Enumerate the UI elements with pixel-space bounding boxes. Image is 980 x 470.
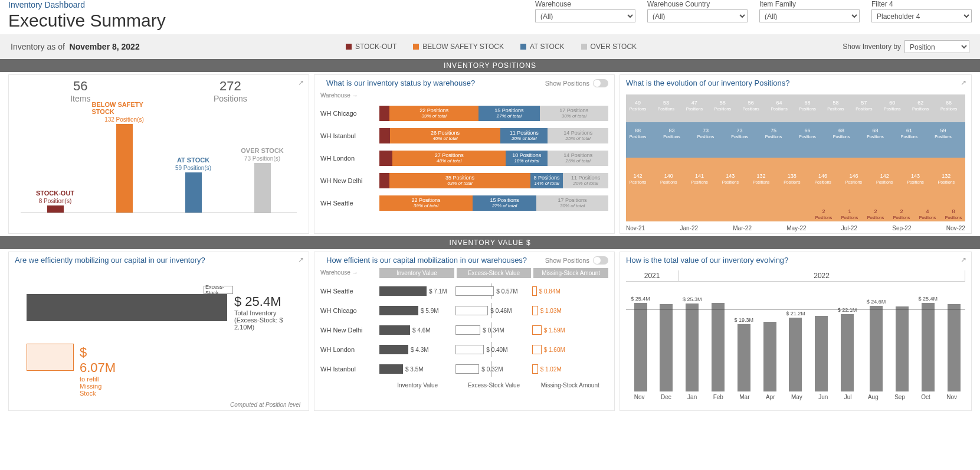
value-bar[interactable]	[763, 322, 776, 391]
warehouse-row[interactable]: WH Chicago22 Positions39% of total15 Pos…	[320, 106, 608, 121]
efficiency-row[interactable]: WH Istanbul $ 3.5M $ 0.32M $ 1.02M	[320, 363, 608, 376]
bar-sublabel: 59 Position(s)	[175, 165, 211, 171]
excess-bar[interactable]	[455, 325, 480, 335]
bar-rect[interactable]	[47, 205, 64, 213]
expand-icon[interactable]: ↗	[961, 256, 966, 264]
excess-value: $ 0.57M	[496, 288, 517, 295]
inv-value: $ 5.9M	[421, 308, 439, 314]
evolution-chart[interactable]: 49Positions53Positions47Positions58Posit…	[626, 94, 965, 221]
value-bar[interactable]	[870, 306, 883, 391]
axis-tick: Jul-22	[841, 225, 857, 231]
stack-segment[interactable]	[379, 151, 392, 166]
inv-bar[interactable]	[379, 306, 418, 315]
warehouse-row[interactable]: WH Istanbul26 Positions46% of total11 Po…	[320, 128, 608, 143]
expand-icon[interactable]: ↗	[298, 79, 304, 87]
filter-warehouse-country[interactable]: (All)	[647, 9, 748, 22]
evo-value: 68Positions	[864, 128, 887, 139]
value-bar[interactable]	[738, 324, 750, 391]
evolution-title: What is the evolution of our inventory P…	[620, 75, 971, 91]
filter-item-family[interactable]: (All)	[759, 9, 860, 22]
missing-bar[interactable]	[532, 286, 537, 296]
total-inventory-value: $ 25.4M	[234, 294, 291, 309]
evo-value: 62Positions	[909, 100, 932, 112]
stack-segment[interactable]	[379, 173, 389, 188]
total-inventory-bar[interactable]	[27, 294, 227, 321]
expand-icon[interactable]: ↗	[961, 79, 966, 87]
stack-segment[interactable]: 8 Positions14% of total	[530, 173, 563, 188]
value-bar[interactable]	[686, 303, 699, 391]
year-tab[interactable]: 2022	[679, 270, 965, 281]
inv-bar[interactable]	[379, 286, 427, 296]
value-evolution-chart[interactable]: $ 25.4M$ 25.3M$ 19.3M$ 21.2M$ 22.1M$ 24.…	[626, 285, 965, 391]
kpi-items-label: Items	[70, 94, 90, 103]
inv-bar[interactable]	[379, 364, 403, 374]
show-inventory-by[interactable]: Position	[904, 40, 969, 53]
show-positions-toggle[interactable]	[593, 79, 608, 87]
warehouse-row[interactable]: WH London27 Positions48% of total10 Posi…	[320, 151, 608, 166]
inv-bar[interactable]	[379, 325, 410, 335]
missing-bar[interactable]	[532, 345, 542, 354]
missing-stock-value: $ 6.07M	[80, 345, 116, 376]
evo-value: 132Positions	[935, 173, 958, 185]
filter4[interactable]: Placeholder 4	[871, 9, 972, 22]
month-tick: Nov	[946, 394, 957, 400]
value-bar[interactable]	[660, 304, 673, 391]
value-bar[interactable]	[634, 303, 647, 391]
missing-bar[interactable]	[532, 306, 538, 315]
efficiency-row[interactable]: WH New Delhi $ 4.6M $ 0.34M $ 1.59M	[320, 324, 608, 337]
value-bar[interactable]	[815, 316, 828, 391]
stack-segment[interactable]: 15 Positions27% of total	[473, 195, 536, 211]
year-tab[interactable]: 2021	[626, 270, 679, 281]
value-bar[interactable]	[896, 306, 909, 391]
stack-segment[interactable]: 35 Positions63% of total	[389, 173, 530, 188]
stack-segment[interactable]: 11 Positions20% of total	[500, 128, 548, 143]
efficiency-row[interactable]: WH London $ 4.3M $ 0.40M $ 1.60M	[320, 343, 608, 356]
bar-rect[interactable]	[185, 172, 202, 213]
stack-segment[interactable]: 11 Positions20% of total	[563, 173, 608, 188]
value-bar[interactable]	[712, 303, 725, 391]
warehouse-row[interactable]: WH Seattle22 Positions39% of total15 Pos…	[320, 195, 608, 211]
missing-bar[interactable]	[532, 364, 538, 374]
efficiency-row[interactable]: WH Chicago $ 5.9M $ 0.46M $ 1.03M	[320, 304, 608, 317]
inv-bar[interactable]	[379, 345, 408, 354]
summary-bars[interactable]: STOCK-OUT 8 Position(s) BELOW SAFETY STO…	[21, 107, 297, 213]
breadcrumb[interactable]: Inventory Dashboard	[8, 0, 166, 9]
stack-segment[interactable]	[379, 128, 390, 143]
warehouse-name: WH London	[320, 346, 379, 353]
value-bar[interactable]	[841, 314, 854, 391]
excess-bar[interactable]	[455, 306, 488, 315]
excess-bar[interactable]	[455, 286, 494, 296]
bar-rect[interactable]	[254, 163, 271, 213]
show-positions-label: Show Positions	[545, 257, 589, 264]
missing-stock-bar[interactable]	[27, 344, 74, 371]
bar-sublabel: 8 Position(s)	[39, 198, 72, 204]
bar-label: BELOW SAFETY STOCK	[92, 101, 157, 115]
warehouse-name: WH Seattle	[320, 200, 379, 207]
evo-value: 132Positions	[749, 173, 773, 185]
show-positions-toggle[interactable]	[593, 256, 608, 265]
stack-segment[interactable]: 22 Positions39% of total	[389, 106, 478, 121]
stack-segment[interactable]: 14 Positions25% of total	[548, 151, 608, 166]
value-bar[interactable]	[789, 318, 802, 391]
efficiency-row[interactable]: WH Seattle $ 7.1M $ 0.57M $ 0.84M	[320, 285, 608, 298]
warehouse-row[interactable]: WH New Delhi35 Positions63% of total8 Po…	[320, 173, 608, 188]
stack-segment[interactable]: 17 Positions30% of total	[536, 195, 608, 211]
value-bar[interactable]	[948, 304, 961, 391]
filter-warehouse[interactable]: (All)	[535, 9, 635, 22]
value-bar[interactable]	[922, 303, 935, 391]
expand-icon[interactable]: ↗	[298, 256, 304, 264]
bar-value-label: $ 21.2M	[786, 311, 805, 316]
bar-label: OVER STOCK	[241, 147, 284, 154]
excess-bar[interactable]	[455, 364, 479, 374]
bar-rect[interactable]	[116, 124, 133, 213]
stack-segment[interactable]: 27 Positions48% of total	[392, 151, 506, 166]
missing-bar[interactable]	[532, 325, 542, 335]
stack-segment[interactable]: 14 Positions25% of total	[548, 128, 608, 143]
stack-segment[interactable]: 22 Positions39% of total	[379, 195, 473, 211]
stack-segment[interactable]: 15 Positions27% of total	[478, 106, 539, 121]
excess-bar[interactable]	[455, 345, 484, 354]
stack-segment[interactable]: 17 Positions30% of total	[540, 106, 608, 121]
stack-segment[interactable]	[379, 106, 389, 121]
stack-segment[interactable]: 10 Positions18% of total	[506, 151, 548, 166]
stack-segment[interactable]: 26 Positions46% of total	[390, 128, 500, 143]
